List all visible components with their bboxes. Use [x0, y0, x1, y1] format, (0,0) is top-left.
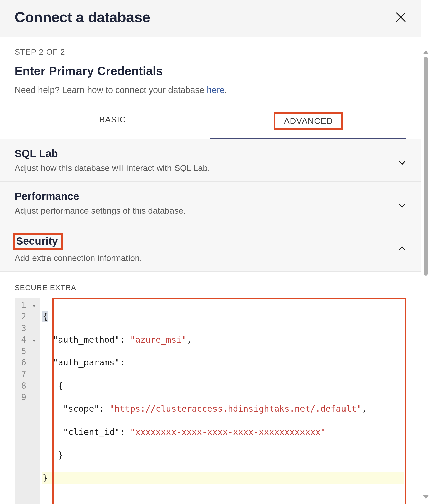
step-indicator: STEP 2 OF 2 [15, 47, 406, 57]
tab-advanced-label: ADVANCED [274, 112, 343, 130]
accordion-desc-security: Add extra connection information. [15, 253, 142, 263]
help-link[interactable]: here [207, 85, 225, 95]
tab-basic-label: BASIC [91, 112, 135, 127]
vertical-scrollbar[interactable] [421, 0, 431, 504]
help-text-prefix: Need help? Learn how to connect your dat… [15, 85, 207, 95]
chevron-down-icon [398, 201, 406, 210]
accordion-title-performance: Performance [15, 190, 79, 202]
accordion-item-sql-lab: SQL Lab Adjust how this database will in… [0, 139, 421, 181]
modal-title: Connect a database [15, 9, 150, 25]
editor-code[interactable]: { "auth_method": "azure_msi", "auth_para… [40, 298, 406, 504]
accordion-body-security: SECURE EXTRA 1 ▾ 2 3 4 ▾ 5 6 [0, 271, 421, 504]
help-text-suffix: . [225, 85, 227, 95]
accordion-desc-sql-lab: Adjust how this database will interact w… [15, 163, 210, 173]
accordion-header-performance[interactable]: Performance Adjust performance settings … [0, 182, 421, 224]
secure-extra-editor[interactable]: 1 ▾ 2 3 4 ▾ 5 6 7 8 9 [15, 298, 406, 504]
accordion-header-security[interactable]: Security Add extra connection informatio… [0, 224, 421, 271]
modal-titlebar: Connect a database [0, 0, 421, 37]
accordion-title-security: Security [13, 233, 63, 250]
page-heading: Enter Primary Credentials [15, 64, 406, 78]
accordion-desc-performance: Adjust performance settings of this data… [15, 206, 186, 216]
accordion-title-sql-lab: SQL Lab [15, 148, 58, 160]
tab-advanced[interactable]: ADVANCED [210, 108, 406, 139]
help-text: Need help? Learn how to connect your dat… [15, 85, 406, 95]
accordion-item-security: Security Add extra connection informatio… [0, 224, 421, 504]
close-icon [395, 12, 406, 23]
scroll-down-arrow-icon[interactable] [423, 495, 429, 499]
chevron-down-icon [398, 159, 406, 167]
secure-extra-label: SECURE EXTRA [15, 283, 406, 292]
tabs: BASIC ADVANCED [15, 108, 406, 139]
close-button[interactable] [393, 9, 409, 25]
scroll-track[interactable] [424, 57, 428, 492]
advanced-accordion: SQL Lab Adjust how this database will in… [0, 139, 421, 504]
scroll-up-arrow-icon[interactable] [423, 50, 429, 54]
scroll-thumb[interactable] [424, 57, 428, 276]
tab-basic[interactable]: BASIC [15, 108, 210, 139]
editor-gutter: 1 ▾ 2 3 4 ▾ 5 6 7 8 9 [15, 298, 40, 504]
secure-extra-editor-wrap: 1 ▾ 2 3 4 ▾ 5 6 7 8 9 [15, 298, 406, 504]
accordion-item-performance: Performance Adjust performance settings … [0, 181, 421, 224]
accordion-header-sql-lab[interactable]: SQL Lab Adjust how this database will in… [0, 139, 421, 181]
chevron-up-icon [398, 244, 406, 253]
